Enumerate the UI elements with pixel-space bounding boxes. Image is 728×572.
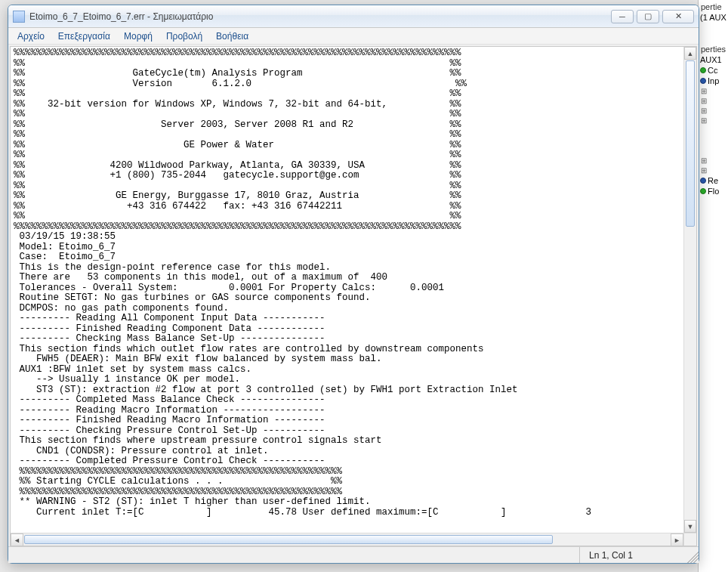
tree-expand-icon[interactable]: ⊞ bbox=[700, 87, 708, 95]
window-title: Etoimo_6_7_Etoimo_6_7.err - Σημειωματάρι… bbox=[29, 11, 611, 22]
status-dot-icon bbox=[700, 67, 706, 73]
status-dot-icon bbox=[700, 78, 706, 84]
bg-flo: Flo bbox=[708, 187, 719, 196]
bg-inp: Inp bbox=[708, 76, 719, 85]
menubar: Αρχείο Επεξεργασία Μορφή Προβολή Βοήθεια bbox=[8, 28, 699, 45]
horizontal-scroll-thumb[interactable] bbox=[24, 535, 553, 544]
background-properties-panel: pertie (1 AUX perties AUX1 Cc Inp ⊞ ⊞ ⊞ … bbox=[698, 0, 728, 572]
bg-cc: Cc bbox=[708, 66, 717, 75]
scroll-up-button[interactable]: ▲ bbox=[684, 47, 696, 60]
status-dot-icon bbox=[700, 178, 706, 184]
vertical-scrollbar[interactable]: ▲ ▼ bbox=[683, 47, 696, 533]
maximize-button[interactable]: ▢ bbox=[637, 10, 659, 23]
status-dot-icon bbox=[700, 188, 706, 194]
tree-expand-icon[interactable]: ⊞ bbox=[700, 166, 708, 175]
resize-grip-icon[interactable] bbox=[685, 547, 699, 563]
bg-header-1: pertie bbox=[699, 2, 728, 12]
vertical-scroll-thumb[interactable] bbox=[686, 60, 695, 227]
menu-view[interactable]: Προβολή bbox=[160, 29, 208, 43]
tree-expand-icon[interactable]: ⊞ bbox=[700, 116, 708, 125]
horizontal-scrollbar[interactable]: ◄ ► bbox=[11, 533, 683, 546]
scroll-corner bbox=[683, 533, 696, 546]
bg-re: Re bbox=[708, 176, 718, 185]
menu-file[interactable]: Αρχείο bbox=[11, 29, 51, 43]
minimize-button[interactable]: ─ bbox=[611, 10, 634, 23]
scroll-down-button[interactable]: ▼ bbox=[684, 520, 696, 533]
tree-expand-icon[interactable]: ⊞ bbox=[700, 107, 708, 115]
status-position: Ln 1, Col 1 bbox=[579, 547, 685, 563]
scroll-right-button[interactable]: ► bbox=[671, 533, 683, 546]
menu-format[interactable]: Μορφή bbox=[118, 29, 159, 43]
notepad-icon bbox=[13, 11, 25, 23]
tree-expand-icon[interactable]: ⊞ bbox=[700, 97, 708, 105]
statusbar: Ln 1, Col 1 bbox=[8, 546, 699, 563]
menu-help[interactable]: Βοήθεια bbox=[210, 29, 254, 43]
close-button[interactable]: ✕ bbox=[662, 10, 694, 23]
bg-aux1: AUX1 bbox=[699, 54, 728, 65]
text-editor[interactable]: %%%%%%%%%%%%%%%%%%%%%%%%%%%%%%%%%%%%%%%%… bbox=[11, 47, 683, 533]
menu-edit[interactable]: Επεξεργασία bbox=[52, 29, 116, 43]
titlebar[interactable]: Etoimo_6_7_Etoimo_6_7.err - Σημειωματάρι… bbox=[8, 5, 699, 28]
bg-header-2: perties bbox=[699, 44, 728, 54]
notepad-window: Etoimo_6_7_Etoimo_6_7.err - Σημειωματάρι… bbox=[8, 5, 699, 564]
client-area: %%%%%%%%%%%%%%%%%%%%%%%%%%%%%%%%%%%%%%%%… bbox=[10, 46, 697, 546]
scroll-left-button[interactable]: ◄ bbox=[11, 533, 23, 546]
bg-aux-label: (1 AUX bbox=[699, 12, 728, 23]
tree-expand-icon[interactable]: ⊞ bbox=[700, 156, 708, 165]
